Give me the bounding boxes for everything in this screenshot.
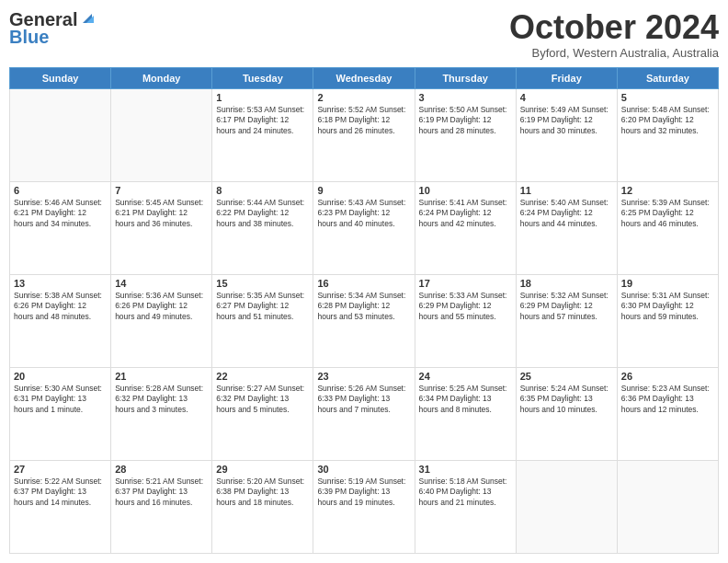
day-number: 15 [216,278,309,289]
col-wednesday: Wednesday [313,67,415,88]
day-number: 3 [419,92,512,103]
month-title: October 2024 [509,9,719,46]
calendar-cell: 29Sunrise: 5:20 AM Sunset: 6:38 PM Dayli… [212,460,313,553]
day-info: Sunrise: 5:43 AM Sunset: 6:23 PM Dayligh… [317,198,410,229]
calendar-header-row: Sunday Monday Tuesday Wednesday Thursday… [10,67,719,88]
calendar-week-row: 6Sunrise: 5:46 AM Sunset: 6:21 PM Daylig… [10,181,719,274]
day-info: Sunrise: 5:30 AM Sunset: 6:31 PM Dayligh… [14,384,107,415]
day-info: Sunrise: 5:35 AM Sunset: 6:27 PM Dayligh… [216,291,309,322]
calendar-week-row: 20Sunrise: 5:30 AM Sunset: 6:31 PM Dayli… [10,367,719,460]
col-sunday: Sunday [10,67,111,88]
calendar-cell: 6Sunrise: 5:46 AM Sunset: 6:21 PM Daylig… [10,181,111,274]
day-number: 2 [317,92,410,103]
day-info: Sunrise: 5:19 AM Sunset: 6:39 PM Dayligh… [317,477,410,508]
calendar-cell: 31Sunrise: 5:18 AM Sunset: 6:40 PM Dayli… [415,460,516,553]
day-info: Sunrise: 5:34 AM Sunset: 6:28 PM Dayligh… [317,291,410,322]
calendar-cell: 9Sunrise: 5:43 AM Sunset: 6:23 PM Daylig… [313,181,415,274]
calendar-week-row: 27Sunrise: 5:22 AM Sunset: 6:37 PM Dayli… [10,460,719,553]
calendar-cell: 20Sunrise: 5:30 AM Sunset: 6:31 PM Dayli… [10,367,111,460]
day-info: Sunrise: 5:50 AM Sunset: 6:19 PM Dayligh… [419,105,512,136]
day-number: 17 [419,278,512,289]
day-number: 4 [520,92,613,103]
day-number: 7 [115,185,208,196]
day-number: 26 [621,371,714,382]
day-number: 5 [621,92,714,103]
day-info: Sunrise: 5:53 AM Sunset: 6:17 PM Dayligh… [216,105,309,136]
day-info: Sunrise: 5:48 AM Sunset: 6:20 PM Dayligh… [621,105,714,136]
day-info: Sunrise: 5:39 AM Sunset: 6:25 PM Dayligh… [621,198,714,229]
day-number: 12 [621,185,714,196]
calendar-cell: 19Sunrise: 5:31 AM Sunset: 6:30 PM Dayli… [617,274,718,367]
day-info: Sunrise: 5:31 AM Sunset: 6:30 PM Dayligh… [621,291,714,322]
header: General Blue October 2024 Byford, Wester… [9,9,719,60]
calendar-cell [617,460,718,553]
col-saturday: Saturday [617,67,718,88]
calendar-cell: 11Sunrise: 5:40 AM Sunset: 6:24 PM Dayli… [516,181,617,274]
day-number: 31 [419,464,512,475]
calendar-cell: 8Sunrise: 5:44 AM Sunset: 6:22 PM Daylig… [212,181,313,274]
col-thursday: Thursday [415,67,516,88]
day-info: Sunrise: 5:28 AM Sunset: 6:32 PM Dayligh… [115,384,208,415]
calendar-cell: 30Sunrise: 5:19 AM Sunset: 6:39 PM Dayli… [313,460,415,553]
calendar-cell: 23Sunrise: 5:26 AM Sunset: 6:33 PM Dayli… [313,367,415,460]
calendar-cell: 1Sunrise: 5:53 AM Sunset: 6:17 PM Daylig… [212,88,313,181]
day-number: 16 [317,278,410,289]
day-info: Sunrise: 5:36 AM Sunset: 6:26 PM Dayligh… [115,291,208,322]
day-info: Sunrise: 5:44 AM Sunset: 6:22 PM Dayligh… [216,198,309,229]
day-number: 21 [115,371,208,382]
calendar-cell [516,460,617,553]
day-info: Sunrise: 5:26 AM Sunset: 6:33 PM Dayligh… [317,384,410,415]
calendar-cell: 28Sunrise: 5:21 AM Sunset: 6:37 PM Dayli… [111,460,212,553]
day-number: 13 [14,278,107,289]
logo-bird-icon [79,10,96,27]
day-number: 29 [216,464,309,475]
col-friday: Friday [516,67,617,88]
day-info: Sunrise: 5:41 AM Sunset: 6:24 PM Dayligh… [419,198,512,229]
day-info: Sunrise: 5:32 AM Sunset: 6:29 PM Dayligh… [520,291,613,322]
calendar-cell: 25Sunrise: 5:24 AM Sunset: 6:35 PM Dayli… [516,367,617,460]
calendar-cell: 13Sunrise: 5:38 AM Sunset: 6:26 PM Dayli… [10,274,111,367]
day-number: 19 [621,278,714,289]
day-number: 24 [419,371,512,382]
col-monday: Monday [111,67,212,88]
logo-blue: Blue [9,27,49,48]
day-number: 20 [14,371,107,382]
day-info: Sunrise: 5:33 AM Sunset: 6:29 PM Dayligh… [419,291,512,322]
calendar-cell: 18Sunrise: 5:32 AM Sunset: 6:29 PM Dayli… [516,274,617,367]
title-area: October 2024 Byford, Western Australia, … [509,9,719,60]
calendar-table: Sunday Monday Tuesday Wednesday Thursday… [9,67,719,554]
calendar-cell: 12Sunrise: 5:39 AM Sunset: 6:25 PM Dayli… [617,181,718,274]
calendar-cell: 16Sunrise: 5:34 AM Sunset: 6:28 PM Dayli… [313,274,415,367]
day-info: Sunrise: 5:27 AM Sunset: 6:32 PM Dayligh… [216,384,309,415]
calendar-cell: 2Sunrise: 5:52 AM Sunset: 6:18 PM Daylig… [313,88,415,181]
day-number: 30 [317,464,410,475]
calendar-week-row: 1Sunrise: 5:53 AM Sunset: 6:17 PM Daylig… [10,88,719,181]
calendar-cell: 27Sunrise: 5:22 AM Sunset: 6:37 PM Dayli… [10,460,111,553]
calendar-week-row: 13Sunrise: 5:38 AM Sunset: 6:26 PM Dayli… [10,274,719,367]
day-info: Sunrise: 5:46 AM Sunset: 6:21 PM Dayligh… [14,198,107,229]
logo: General Blue [9,9,96,48]
calendar-cell: 5Sunrise: 5:48 AM Sunset: 6:20 PM Daylig… [617,88,718,181]
day-info: Sunrise: 5:25 AM Sunset: 6:34 PM Dayligh… [419,384,512,415]
day-info: Sunrise: 5:21 AM Sunset: 6:37 PM Dayligh… [115,477,208,508]
day-number: 18 [520,278,613,289]
day-number: 6 [14,185,107,196]
day-info: Sunrise: 5:52 AM Sunset: 6:18 PM Dayligh… [317,105,410,136]
calendar-cell: 3Sunrise: 5:50 AM Sunset: 6:19 PM Daylig… [415,88,516,181]
calendar-cell: 17Sunrise: 5:33 AM Sunset: 6:29 PM Dayli… [415,274,516,367]
day-number: 11 [520,185,613,196]
day-number: 8 [216,185,309,196]
day-number: 9 [317,185,410,196]
day-info: Sunrise: 5:49 AM Sunset: 6:19 PM Dayligh… [520,105,613,136]
day-number: 1 [216,92,309,103]
day-info: Sunrise: 5:23 AM Sunset: 6:36 PM Dayligh… [621,384,714,415]
day-info: Sunrise: 5:24 AM Sunset: 6:35 PM Dayligh… [520,384,613,415]
calendar-cell: 7Sunrise: 5:45 AM Sunset: 6:21 PM Daylig… [111,181,212,274]
subtitle: Byford, Western Australia, Australia [509,46,719,60]
calendar-cell: 22Sunrise: 5:27 AM Sunset: 6:32 PM Dayli… [212,367,313,460]
day-info: Sunrise: 5:45 AM Sunset: 6:21 PM Dayligh… [115,198,208,229]
calendar-cell: 10Sunrise: 5:41 AM Sunset: 6:24 PM Dayli… [415,181,516,274]
day-info: Sunrise: 5:20 AM Sunset: 6:38 PM Dayligh… [216,477,309,508]
day-info: Sunrise: 5:22 AM Sunset: 6:37 PM Dayligh… [14,477,107,508]
calendar-cell: 24Sunrise: 5:25 AM Sunset: 6:34 PM Dayli… [415,367,516,460]
